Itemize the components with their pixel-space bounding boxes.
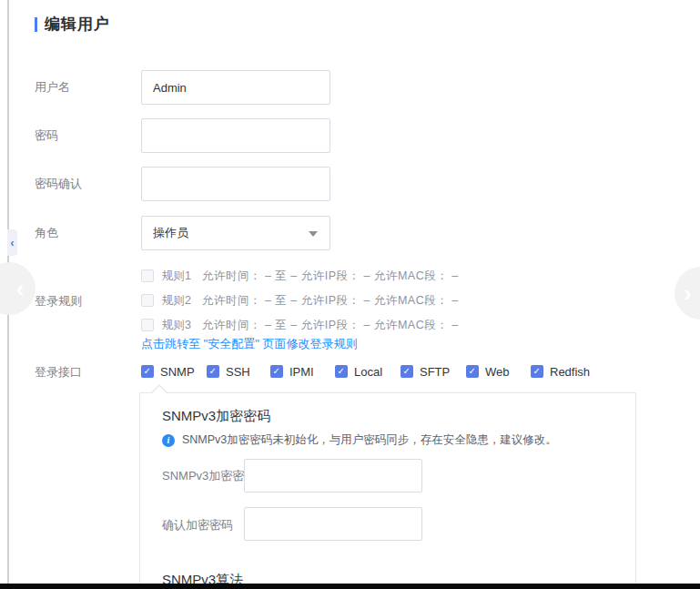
panel-notch-fill	[151, 386, 167, 394]
checkbox-checked-icon[interactable]	[141, 365, 154, 378]
carousel-next-button[interactable]	[675, 267, 700, 320]
bottom-edge-bar	[0, 584, 700, 589]
page-title-block: 编辑用户	[35, 14, 110, 35]
password-label: 密码	[35, 127, 58, 144]
title-accent-bar	[35, 17, 37, 32]
password-confirm-label: 密码确认	[35, 176, 82, 192]
interface-ssh-label: SSH	[226, 365, 250, 379]
username-label: 用户名	[35, 79, 70, 96]
rule3-name: 规则3	[162, 318, 191, 333]
chevron-down-icon	[309, 231, 318, 237]
password-input[interactable]	[141, 118, 330, 153]
rule2-checkbox[interactable]	[141, 294, 154, 307]
snmpv3-password-confirm-input[interactable]	[244, 507, 422, 541]
interface-snmp-label: SNMP	[160, 365, 195, 379]
password-confirm-input[interactable]	[141, 167, 330, 201]
snmpv3-password-input[interactable]	[244, 459, 422, 493]
rule2-name: 规则2	[162, 293, 191, 309]
login-rules-label: 登录规则	[35, 293, 82, 310]
snmpv3-panel-title: SNMPv3加密密码	[162, 408, 270, 425]
role-label: 角色	[35, 225, 58, 241]
interface-redfish-label: Redfish	[550, 365, 590, 379]
login-rule-row: 规则2 允许时间： – 至 – 允许IP段： – 允许MAC段： –	[141, 291, 459, 310]
login-rule-row: 规则3 允许时间： – 至 – 允许IP段： – 允许MAC段： –	[141, 316, 459, 334]
snmpv3-panel: SNMPv3加密密码 i SNMPv3加密密码未初始化，与用户密码同步，存在安全…	[139, 392, 636, 589]
interface-web-label: Web	[485, 365, 510, 379]
rule1-name: 规则1	[162, 269, 191, 284]
page-title: 编辑用户	[45, 14, 110, 35]
role-select[interactable]: 操作员	[141, 216, 330, 250]
interface-ssh[interactable]: SSH	[207, 364, 250, 379]
checkbox-checked-icon[interactable]	[335, 365, 348, 378]
rule3-detail: 允许时间： – 至 – 允许IP段： – 允许MAC段： –	[202, 318, 459, 333]
snmpv3-password-confirm-label: 确认加密密码	[162, 517, 233, 533]
login-rule-row: 规则1 允许时间： – 至 – 允许IP段： – 允许MAC段： –	[141, 267, 459, 285]
checkbox-checked-icon[interactable]	[531, 365, 543, 378]
security-config-link[interactable]: 点击跳转至 "安全配置" 页面修改登录规则	[141, 336, 357, 352]
info-icon: i	[162, 434, 175, 447]
role-select-value: 操作员	[153, 225, 188, 241]
interface-redfish[interactable]: Redfish	[531, 364, 590, 379]
interface-snmp[interactable]: SNMP	[141, 364, 195, 379]
login-interfaces-label: 登录接口	[35, 364, 82, 381]
interface-ipmi[interactable]: IPMI	[270, 364, 314, 379]
carousel-prev-button[interactable]	[0, 262, 36, 315]
sidebar-collapse-tab[interactable]	[7, 229, 17, 256]
interface-local-label: Local	[354, 365, 382, 379]
edit-user-page: 编辑用户 用户名 密码 密码确认 角色 操作员 登录规则 规则1 允许时间： –…	[0, 0, 700, 589]
rule3-checkbox[interactable]	[141, 319, 154, 331]
interface-sftp[interactable]: SFTP	[401, 364, 450, 379]
checkbox-checked-icon[interactable]	[207, 365, 219, 378]
checkbox-checked-icon[interactable]	[466, 365, 479, 378]
rule1-detail: 允许时间： – 至 – 允许IP段： – 允许MAC段： –	[202, 269, 459, 284]
interface-ipmi-label: IPMI	[289, 365, 314, 379]
snmpv3-notice-text: SNMPv3加密密码未初始化，与用户密码同步，存在安全隐患，建议修改。	[182, 432, 557, 448]
checkbox-checked-icon[interactable]	[401, 365, 413, 378]
username-input[interactable]	[141, 70, 330, 105]
interface-web[interactable]: Web	[466, 364, 510, 379]
snmpv3-notice: i SNMPv3加密密码未初始化，与用户密码同步，存在安全隐患，建议修改。	[162, 432, 557, 448]
snmpv3-password-label: SNMPv3加密密码	[162, 468, 256, 484]
checkbox-checked-icon[interactable]	[270, 365, 283, 378]
interface-local[interactable]: Local	[335, 364, 382, 379]
interface-sftp-label: SFTP	[420, 365, 450, 379]
rule1-checkbox[interactable]	[141, 269, 154, 282]
rule2-detail: 允许时间： – 至 – 允许IP段： – 允许MAC段： –	[202, 293, 459, 309]
